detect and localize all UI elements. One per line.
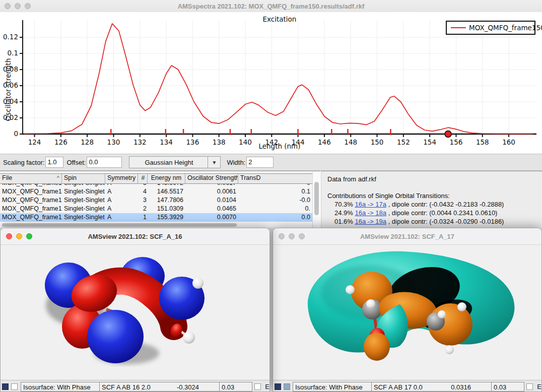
molecule-3d-view[interactable] [1,245,269,380]
table-vertical-scrollbar[interactable] [312,171,320,228]
svg-text:0: 0 [14,129,18,138]
amsview-16-titlebar[interactable]: AMSview 2021.102: SCF_A_16 [1,228,269,245]
isovalue-field[interactable]: 0.03 [491,382,524,391]
column-header[interactable]: # [138,174,148,183]
excitations-table-body[interactable]: MOX_QMFQ_frame150Singlet-SingletA5143.99… [0,179,312,222]
hydrogen-atom [445,345,454,354]
minimize-button[interactable] [16,233,22,239]
window-title: AMSview 2021.102: SCF_A_16 [88,233,182,240]
broadening-mode-dropdown[interactable]: Gaussian Height ▼ [129,156,221,168]
excitation-spectrum-chart[interactable]: 1241261281301321341361381401421441461481… [0,12,542,154]
isovalue-field[interactable]: 0.03 [219,382,252,391]
table-row[interactable]: MOX_QMFQ_frame150Singlet-SingletA3147.78… [0,196,312,205]
hydrogen-atom [192,278,204,289]
table-cell: MOX_QMFQ_frame150 [0,196,62,205]
contributions-heading: Contributions of Single Orbital Transiti… [327,192,542,200]
column-header[interactable]: Oscillator Strength [185,174,238,183]
hydrogen-atom [366,299,375,308]
offset-input[interactable]: 0.0 [87,157,122,168]
phase-color-swatch-2[interactable] [284,383,290,390]
zoom-button[interactable] [299,233,305,239]
molecule-3d-view[interactable] [273,245,541,380]
hydrogen-atom [346,285,355,294]
table-cell: Singlet-Singlet [62,196,105,205]
spectra-window: AMSspectra 2021.102: MOX_QMFQ_frame150.r… [0,0,542,228]
svg-text:MOX_QMFQ_frame150: MOX_QMFQ_frame150 [469,24,542,32]
phase-color-swatch[interactable] [2,383,9,390]
orbital-transition-link[interactable]: 16a -> 17a [355,201,386,208]
column-header[interactable]: TransD [238,174,312,183]
edit-checkbox[interactable] [254,383,261,390]
orbital-field[interactable]: SCF A AB 17 0.0 0.0316 [371,382,492,391]
column-header[interactable]: Spin [62,174,105,183]
phase-color-swatch[interactable] [275,383,281,390]
table-cell: 151.0309 [148,205,185,213]
amsview-17-titlebar[interactable]: AMSview 2021.102: SCF_A_17 [273,228,541,245]
table-cell: 0.0465 [185,205,238,213]
column-header[interactable]: Energy nm [148,174,185,183]
table-cell: 1 [138,213,148,222]
isosurface-mode-field[interactable]: Isosurface: With Phase [293,382,372,391]
table-cell: 147.7806 [148,196,185,205]
table-row[interactable]: MOX_QMFQ_frame150Singlet-SingletA1155.39… [0,213,312,222]
spectra-titlebar[interactable]: AMSspectra 2021.102: MOX_QMFQ_frame150.r… [0,0,542,13]
data-panel-title: Data from adf.rkf [327,175,542,183]
contribution-line: 24.9% 16a -> 18a , dipole contr: (0.0044… [327,209,542,217]
y-axis-label: Oscillator strength [4,49,12,130]
minimize-button[interactable] [15,3,21,9]
offset-label: Offset: [66,159,86,166]
phase-checkbox[interactable] [11,383,18,390]
table-cell: 0. [238,205,312,213]
hydrogen-atom [438,310,446,318]
orbital-isosurface-scf-a-17 [273,245,542,380]
data-panel: Data from adf.rkf Contributions of Singl… [321,171,542,228]
table-row[interactable]: MOX_QMFQ_frame150Singlet-SingletA2151.03… [0,205,312,213]
amsview-16-window: AMSview 2021.102: SCF_A_16 [0,228,270,392]
zoom-button[interactable] [25,3,31,9]
table-cell: 0.0 [238,213,312,222]
close-button[interactable] [5,3,11,9]
table-cell: MOX_QMFQ_frame150 [0,205,62,213]
orbital-field[interactable]: SCF A AB 16 2.0 -0.3024 [99,382,220,391]
column-header[interactable]: Symmetry [105,174,138,183]
table-cell: 3 [138,196,148,205]
orbital-transition-link[interactable]: 16a -> 19a [355,218,386,225]
edit-checkbox[interactable] [526,383,533,390]
orbital-lobe-positive [87,310,144,363]
contribution-line: 01.6% 16a -> 19a , dipole contr: (-0.032… [327,218,542,225]
table-cell: 0.0104 [185,196,238,205]
table-cell: A [105,187,138,196]
table-cell: A [105,196,138,205]
chevron-down-icon: ▼ [208,157,220,168]
width-input[interactable]: 2 [246,157,274,168]
table-row[interactable]: MOX_QMFQ_frame150Singlet-SingletA4146.55… [0,187,312,196]
orbital-label: SCF A AB 17 0.0 [374,382,423,391]
amsview-17-window: AMSview 2021.102: SCF_A_17 [273,228,542,392]
minimize-button[interactable] [289,233,295,239]
isosurface-mode-field[interactable]: Isosurface: With Phase [21,382,100,391]
table-cell: Singlet-Singlet [62,205,105,213]
table-cell: 146.5517 [148,187,185,196]
edit-label: E [537,383,541,390]
orbital-label: SCF A AB 16 2.0 [102,382,151,391]
column-header[interactable]: File^ [0,174,62,183]
table-cell: Singlet-Singlet [62,213,105,222]
table-cell: 0.1 [238,187,312,196]
table-cell: A [105,205,138,213]
orbital-transition-link[interactable]: 16a -> 18a [355,209,386,217]
table-horizontal-scrollbar[interactable] [0,222,312,228]
excitations-table-header[interactable]: File^SpinSymmetry#Energy nmOscillator St… [0,173,312,184]
scaling-factor-input[interactable]: 1.0 [45,157,63,168]
close-button[interactable] [6,233,12,239]
view16-statusbar: Isosurface: With Phase SCF A AB 16 2.0 -… [1,380,269,392]
close-button[interactable] [279,233,285,239]
table-cell: -0.0 [238,196,312,205]
table-cell: A [105,213,138,222]
table-cell: 4 [138,187,148,196]
excitations-table[interactable]: File^SpinSymmetry#Energy nmOscillator St… [0,171,312,228]
orbital-energy: -0.3024 [177,382,199,391]
view17-statusbar: Isosurface: With Phase SCF A AB 17 0.0 0… [273,380,541,392]
window-title: AMSspectra 2021.102: MOX_QMFQ_frame150.r… [178,3,365,10]
svg-text:0.12: 0.12 [3,33,18,41]
zoom-button[interactable] [26,233,32,239]
